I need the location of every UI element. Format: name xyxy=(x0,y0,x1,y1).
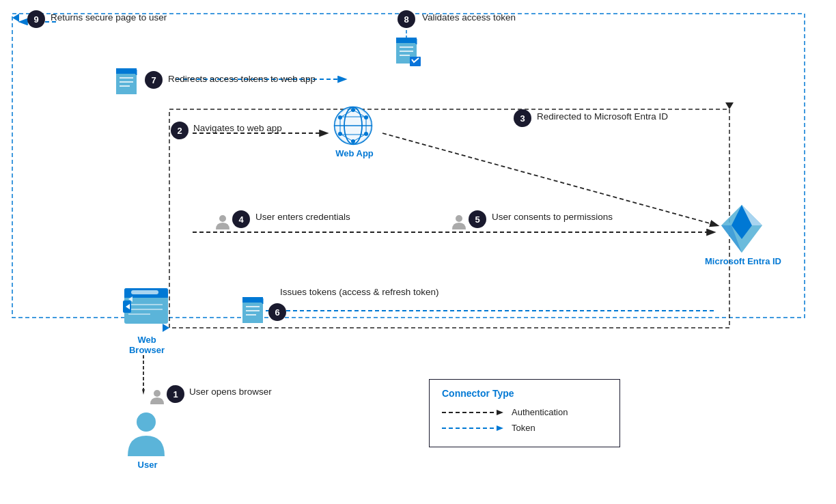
user-small-5 xyxy=(452,214,466,232)
svg-marker-65 xyxy=(142,389,145,395)
svg-point-62 xyxy=(137,412,156,432)
step-7-circle: 7 xyxy=(145,71,163,89)
step-7-label: Redirects access tokens to web app xyxy=(168,74,316,84)
web-browser-label: Web Browser xyxy=(120,335,174,355)
svg-point-46 xyxy=(456,215,462,222)
authentication-row: Authentication xyxy=(442,407,607,417)
svg-marker-69 xyxy=(497,425,503,431)
token-row: Token xyxy=(442,423,607,433)
user-label: User xyxy=(133,460,163,470)
user-small-4 xyxy=(216,214,229,232)
doc-icon-step8 xyxy=(396,38,421,69)
web-app-icon xyxy=(333,106,373,148)
svg-marker-9 xyxy=(725,102,734,109)
svg-rect-55 xyxy=(131,290,158,294)
svg-point-45 xyxy=(219,215,226,222)
step-4-circle: 4 xyxy=(232,210,250,228)
token-label: Token xyxy=(512,423,535,433)
step-6-label: Issues tokens (access & refresh token) xyxy=(280,287,439,297)
user-small-1 xyxy=(150,389,164,407)
step-3-circle: 3 xyxy=(514,109,531,127)
step-2-circle: 2 xyxy=(171,122,189,139)
svg-marker-8 xyxy=(12,14,19,22)
connector-type-title: Connector Type xyxy=(442,388,607,399)
user-icon xyxy=(126,410,166,460)
microsoft-entra-label: Microsoft Entra ID xyxy=(702,256,784,266)
authentication-label: Authentication xyxy=(512,407,568,417)
step-9-label: Returns secure page to user xyxy=(51,12,167,23)
step-5-circle: 5 xyxy=(469,210,486,228)
step-9-circle: 9 xyxy=(27,10,45,28)
step-3-label: Redirected to Microsoft Entra ID xyxy=(537,111,668,122)
step-8-label: Validates access token xyxy=(422,12,516,23)
step-2-label: Navigates to web app xyxy=(193,123,282,133)
doc-icon-step6 xyxy=(242,297,267,328)
connector-type-box: Connector Type Authentication Token xyxy=(429,379,620,447)
doc-icon-step7 xyxy=(116,68,141,100)
step-6-circle: 6 xyxy=(268,303,286,321)
web-app-label: Web App xyxy=(335,148,374,158)
microsoft-entra-icon xyxy=(714,201,769,259)
step-1-label: User opens browser xyxy=(189,387,272,397)
step-5-label: User consents to permissions xyxy=(492,212,613,222)
step-8-circle: 8 xyxy=(398,10,415,28)
step-4-label: User enters credentials xyxy=(255,212,350,222)
step-1-circle: 1 xyxy=(167,385,184,403)
svg-marker-67 xyxy=(497,410,503,415)
svg-point-63 xyxy=(154,390,161,397)
svg-rect-7 xyxy=(169,109,729,328)
web-browser-icon xyxy=(123,287,169,332)
